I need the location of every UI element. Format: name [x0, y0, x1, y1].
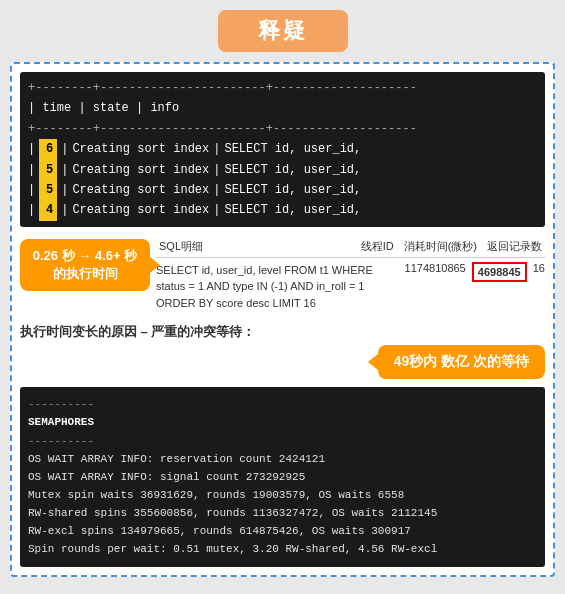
sql-query-text: SELECT id, user_id, level FROM t1 WHERE … [156, 262, 399, 312]
bubble1-line1: 0.26 秒 → 4.6+ 秒 [32, 247, 138, 265]
state-cell-2: Creating sort index [72, 160, 209, 180]
sql-table-section: SQL明细 线程ID 消耗时间(微秒) 返回记录数 SELECT id, use… [156, 239, 545, 312]
terminal-table: +--------+-----------------------+------… [20, 72, 545, 227]
table-row: | 4 | Creating sort index | SELECT id, u… [28, 200, 537, 220]
sem-line-2: OS WAIT ARRAY INFO: signal count 2732929… [28, 468, 537, 486]
state-cell-3: Creating sort index [72, 180, 209, 200]
state-cell-4: Creating sort index [72, 200, 209, 220]
table-row: | 5 | Creating sort index | SELECT id, u… [28, 160, 537, 180]
wait-bubble: 49秒内 数亿 次的等待 [378, 345, 545, 379]
page-title: 释疑 [218, 10, 348, 52]
execution-time-bubble: 0.26 秒 → 4.6+ 秒 的执行时间 [20, 239, 150, 291]
sql-query-row: SELECT id, user_id, level FROM t1 WHERE … [156, 262, 545, 312]
bubble1-line2: 的执行时间 [32, 265, 138, 283]
state-cell-1: Creating sort index [72, 139, 209, 159]
table-row: | 6 | Creating sort index | SELECT id, u… [28, 139, 537, 159]
divider-mid: +--------+-----------------------+------… [28, 119, 537, 139]
semaphore-section: ---------- SEMAPHORES ---------- OS WAIT… [20, 387, 545, 566]
info-cell-2: SELECT id, user_id, [224, 160, 361, 180]
table-row: | 5 | Creating sort index | SELECT id, u… [28, 180, 537, 200]
sem-line-3: Mutex spin waits 36931629, rounds 190035… [28, 486, 537, 504]
thread-id-label: 线程ID [358, 239, 397, 254]
semaphores-title: SEMAPHORES [28, 413, 537, 431]
info-cell-4: SELECT id, user_id, [224, 200, 361, 220]
info-cell-3: SELECT id, user_id, [224, 180, 361, 200]
elapsed-value: 4698845 [472, 262, 527, 282]
sem-divider-top: ---------- [28, 395, 537, 413]
sem-line-1: OS WAIT ARRAY INFO: reservation count 24… [28, 450, 537, 468]
sem-line-5: RW-excl spins 134979665, rounds 61487542… [28, 522, 537, 540]
records-value: 16 [533, 262, 545, 274]
time-cell-3: 5 [39, 180, 57, 200]
divider-top: +--------+-----------------------+------… [28, 78, 537, 98]
sql-label: SQL明细 [156, 239, 206, 254]
time-cell-2: 5 [39, 160, 57, 180]
main-container: +--------+-----------------------+------… [10, 62, 555, 577]
sql-meta-row: SQL明细 线程ID 消耗时间(微秒) 返回记录数 [156, 239, 545, 258]
elapsed-label: 消耗时间(微秒) [401, 239, 480, 254]
thread-id-value: 1174810865 [405, 262, 466, 274]
wait-section: 执行时间变长的原因 – 严重的冲突等待： 49秒内 数亿 次的等待 [20, 323, 545, 379]
cause-label: 执行时间变长的原因 – 严重的冲突等待： [20, 323, 545, 341]
sem-line-6: Spin rounds per wait: 0.51 mutex, 3.20 R… [28, 540, 537, 558]
info-section: 0.26 秒 → 4.6+ 秒 的执行时间 SQL明细 线程ID 消耗时间(微秒… [20, 235, 545, 316]
time-cell-4: 4 [39, 200, 57, 220]
records-label: 返回记录数 [484, 239, 545, 254]
table-header: | time | state | info [28, 98, 537, 118]
sem-divider-mid: ---------- [28, 432, 537, 450]
info-cell-1: SELECT id, user_id, [224, 139, 361, 159]
time-cell-1: 6 [39, 139, 57, 159]
sem-line-4: RW-shared spins 355600856, rounds 113632… [28, 504, 537, 522]
